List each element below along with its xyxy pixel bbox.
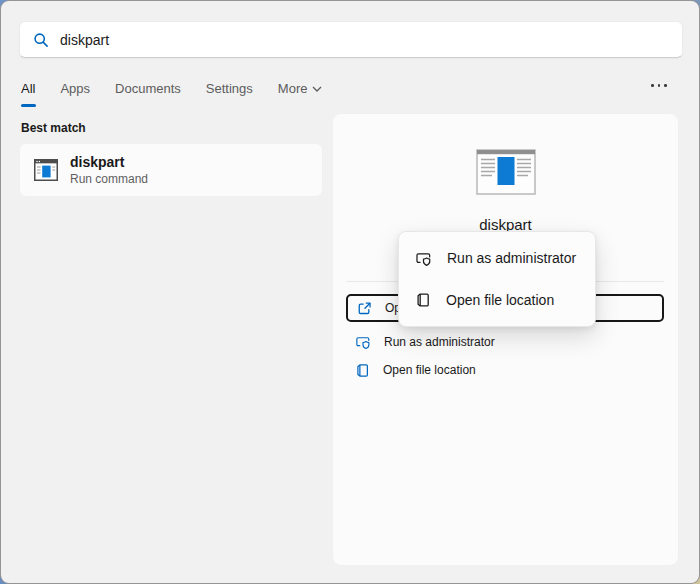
open-icon <box>357 301 372 316</box>
chevron-down-icon <box>312 86 322 92</box>
ellipsis-dot <box>658 84 661 87</box>
tab-apps-label: Apps <box>60 81 90 96</box>
tab-documents[interactable]: Documents <box>115 81 181 96</box>
more-options-button[interactable] <box>651 84 667 87</box>
tab-settings-label: Settings <box>206 81 253 96</box>
filter-tabs: All Apps Documents Settings More <box>21 81 322 96</box>
context-menu-run-as-admin-label: Run as administrator <box>447 250 576 266</box>
open-file-location-action[interactable]: Open file location <box>346 360 664 380</box>
run-command-icon <box>34 159 58 181</box>
tab-more[interactable]: More <box>278 81 323 96</box>
run-as-admin-label: Run as administrator <box>384 335 495 349</box>
ellipsis-dot <box>664 84 667 87</box>
result-text: diskpart Run command <box>70 154 148 187</box>
search-icon <box>33 32 49 48</box>
tab-more-label: More <box>278 81 308 96</box>
file-location-icon <box>355 363 370 378</box>
result-title: diskpart <box>70 154 148 171</box>
tab-apps[interactable]: Apps <box>60 81 90 96</box>
context-menu-item-open-file-location[interactable]: Open file location <box>404 279 590 321</box>
tab-all[interactable]: All <box>21 81 35 96</box>
tab-documents-label: Documents <box>115 81 181 96</box>
context-menu-item-run-as-admin[interactable]: Run as administrator <box>404 237 590 279</box>
tab-all-label: All <box>21 81 35 96</box>
search-flyout-window: All Apps Documents Settings More Best ma… <box>0 0 700 584</box>
admin-shield-icon <box>415 250 432 267</box>
tab-selected-underline <box>21 104 36 107</box>
search-bar[interactable] <box>19 21 683 58</box>
tab-settings[interactable]: Settings <box>206 81 253 96</box>
run-as-admin-action[interactable]: Run as administrator <box>346 332 664 352</box>
file-location-icon <box>415 292 431 308</box>
preview-panel: diskpart Open Run as administrator Open … <box>332 113 679 566</box>
diskpart-app-icon <box>476 149 536 195</box>
search-input[interactable] <box>60 22 682 57</box>
ellipsis-dot <box>651 84 654 87</box>
best-match-result[interactable]: diskpart Run command <box>19 143 323 197</box>
context-menu-open-file-location-label: Open file location <box>446 292 554 308</box>
best-match-heading: Best match <box>21 121 86 135</box>
admin-shield-icon <box>355 334 371 350</box>
open-file-location-label: Open file location <box>383 363 476 377</box>
result-subtitle: Run command <box>70 172 148 187</box>
context-menu: Run as administrator Open file location <box>398 231 596 327</box>
